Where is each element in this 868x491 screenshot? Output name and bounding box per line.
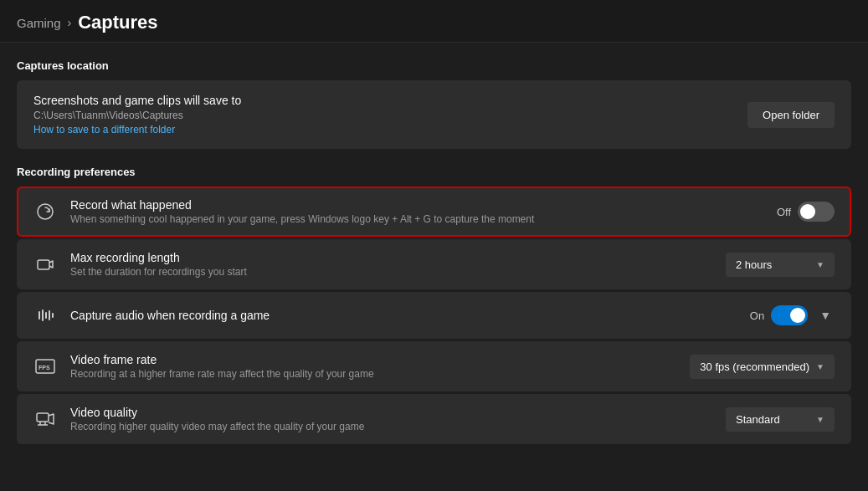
chevron-down-icon: ▼ bbox=[819, 309, 831, 322]
capture-audio-name: Capture audio when recording a game bbox=[70, 309, 270, 322]
max-recording-dropdown[interactable]: 2 hours ▼ bbox=[726, 253, 835, 277]
header: Gaming › Captures bbox=[0, 0, 868, 43]
setting-text: Video quality Recording higher quality v… bbox=[70, 406, 364, 432]
setting-left: Video quality Recording higher quality v… bbox=[33, 406, 364, 432]
captures-location-link[interactable]: How to save to a different folder bbox=[33, 124, 241, 136]
captures-location-path: C:\Users\Tuanm\Videos\Captures bbox=[33, 110, 241, 121]
svg-point-0 bbox=[38, 204, 53, 219]
record-what-happened-desc: When something cool happened in your gam… bbox=[70, 213, 534, 225]
video-quality-name: Video quality bbox=[70, 406, 364, 419]
capture-audio-toggle[interactable] bbox=[771, 305, 808, 325]
record-what-happened-name: Record what happened bbox=[70, 198, 534, 212]
video-frame-rate-control: 30 fps (recommended) ▼ bbox=[690, 355, 835, 379]
video-frame-rate-dropdown[interactable]: 30 fps (recommended) ▼ bbox=[690, 355, 835, 379]
video-frame-rate-icon: FPS bbox=[33, 355, 57, 378]
video-frame-rate-name: Video frame rate bbox=[70, 353, 374, 366]
setting-left: Max recording length Set the duration fo… bbox=[33, 251, 247, 278]
video-quality-desc: Recording higher quality video may affec… bbox=[70, 421, 364, 432]
video-frame-rate-desc: Recording at a higher frame rate may aff… bbox=[70, 368, 374, 380]
setting-left: FPS Video frame rate Recording at a high… bbox=[33, 353, 374, 380]
recording-preferences-title: Recording preferences bbox=[17, 166, 851, 178]
video-quality-value: Standard bbox=[736, 413, 780, 426]
capture-audio-control: On ▼ bbox=[750, 305, 835, 325]
setting-row-video-quality: Video quality Recording higher quality v… bbox=[17, 394, 851, 444]
svg-rect-6 bbox=[52, 313, 54, 318]
video-quality-icon bbox=[33, 407, 57, 431]
setting-row-capture-audio: Capture audio when recording a game On ▼ bbox=[17, 292, 851, 339]
capture-audio-toggle-label: On bbox=[750, 309, 764, 322]
record-what-happened-control: Off bbox=[777, 202, 835, 222]
chevron-down-icon: ▼ bbox=[816, 362, 824, 371]
capture-audio-icon bbox=[33, 304, 57, 327]
video-frame-rate-value: 30 fps (recommended) bbox=[700, 361, 809, 373]
setting-text: Capture audio when recording a game bbox=[70, 309, 270, 322]
record-toggle-label: Off bbox=[777, 206, 791, 218]
max-recording-name: Max recording length bbox=[70, 251, 247, 264]
svg-rect-4 bbox=[45, 312, 47, 319]
record-what-happened-icon bbox=[33, 200, 57, 223]
max-recording-icon bbox=[33, 253, 57, 276]
svg-rect-1 bbox=[38, 260, 49, 269]
capture-audio-toggle-knob bbox=[790, 308, 805, 323]
record-toggle-slider bbox=[798, 202, 835, 222]
breadcrumb: Gaming › Captures bbox=[17, 12, 851, 33]
svg-text:FPS: FPS bbox=[39, 365, 50, 371]
capture-audio-expand-button[interactable]: ▼ bbox=[816, 305, 835, 325]
captures-location-info: Screenshots and game clips will save to … bbox=[33, 94, 241, 136]
main-content: Captures location Screenshots and game c… bbox=[0, 43, 868, 463]
setting-left: Capture audio when recording a game bbox=[33, 304, 270, 327]
record-toggle[interactable] bbox=[798, 202, 835, 222]
max-recording-desc: Set the duration for recordings you star… bbox=[70, 266, 247, 278]
setting-row-video-frame-rate: FPS Video frame rate Recording at a high… bbox=[17, 341, 851, 391]
setting-row-max-recording-length: Max recording length Set the duration fo… bbox=[17, 239, 851, 289]
svg-rect-9 bbox=[37, 413, 49, 422]
record-toggle-knob bbox=[800, 204, 815, 219]
svg-rect-2 bbox=[39, 311, 40, 320]
video-quality-dropdown[interactable]: Standard ▼ bbox=[726, 407, 835, 432]
breadcrumb-separator: › bbox=[68, 16, 72, 29]
setting-text: Video frame rate Recording at a higher f… bbox=[70, 353, 374, 380]
breadcrumb-captures: Captures bbox=[78, 12, 157, 33]
setting-left: Record what happened When something cool… bbox=[33, 198, 534, 225]
record-toggle-container: Off bbox=[777, 202, 835, 222]
open-folder-button[interactable]: Open folder bbox=[747, 102, 835, 128]
breadcrumb-gaming[interactable]: Gaming bbox=[17, 16, 61, 30]
max-recording-value: 2 hours bbox=[736, 258, 772, 271]
capture-audio-toggle-slider bbox=[771, 305, 808, 325]
capture-audio-toggle-container: On bbox=[750, 305, 808, 325]
chevron-down-icon: ▼ bbox=[816, 415, 824, 424]
captures-location-card: Screenshots and game clips will save to … bbox=[17, 80, 851, 149]
setting-text: Record what happened When something cool… bbox=[70, 198, 534, 225]
max-recording-control: 2 hours ▼ bbox=[726, 253, 835, 277]
svg-rect-3 bbox=[42, 309, 44, 321]
captures-location-description: Screenshots and game clips will save to bbox=[33, 94, 241, 107]
video-quality-control: Standard ▼ bbox=[726, 407, 835, 432]
setting-text: Max recording length Set the duration fo… bbox=[70, 251, 247, 278]
captures-location-title: Captures location bbox=[17, 59, 851, 72]
setting-row-record-what-happened: Record what happened When something cool… bbox=[17, 187, 851, 237]
chevron-down-icon: ▼ bbox=[816, 260, 824, 269]
svg-rect-5 bbox=[49, 310, 50, 320]
